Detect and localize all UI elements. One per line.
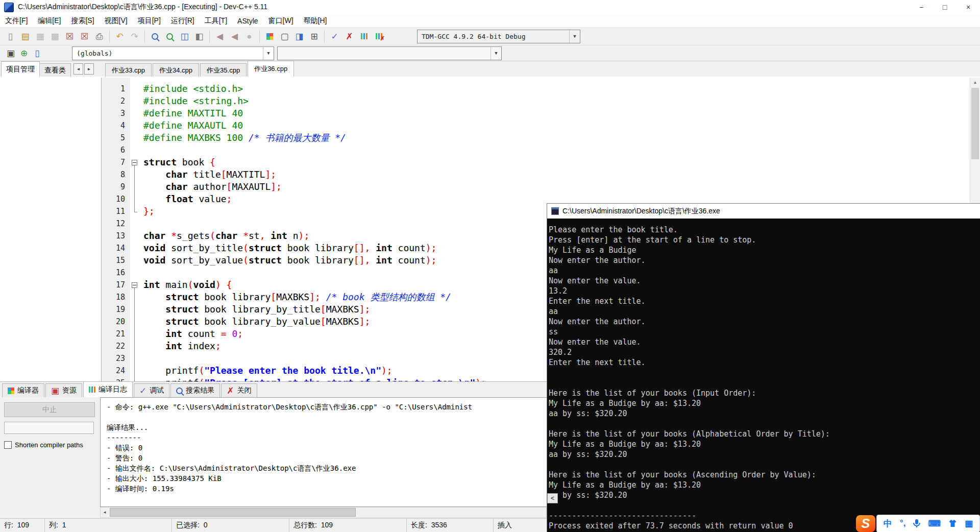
menu-item-0[interactable]: 文件[F] [0,14,33,27]
add-file-button[interactable]: ⊕ [18,47,30,59]
tab-scroll-left-button[interactable]: ◄ [74,63,83,75]
tab-resources[interactable]: ▣资源 [45,383,82,397]
fold-marker[interactable] [130,316,139,328]
goto-line-button[interactable]: ◧ [192,30,206,43]
left-panel-tabs: 项目管理查看类◄► [0,61,101,77]
fold-marker[interactable] [130,365,139,377]
fold-marker[interactable] [130,156,139,168]
new-file-button[interactable]: ▯ [4,30,17,43]
ime-punctuation-toggle[interactable]: °, [900,518,906,528]
console-title-bar[interactable]: C:\Users\Administrator\Desktop\c语言\作业36.… [547,204,980,219]
fold-marker[interactable] [130,352,139,365]
menu-item-1[interactable]: 编辑[E] [33,14,66,27]
close-all-button[interactable]: ☒ [78,30,91,43]
editor-tab-2[interactable]: 作业35.cpp [200,63,247,77]
close-file-button[interactable]: ☒ [63,30,77,43]
open-file-button[interactable]: ▤ [18,30,32,43]
menu-item-3[interactable]: 视图[V] [100,14,133,27]
globals-select[interactable]: (globals)▼ [72,46,274,60]
compile-run-button[interactable]: ◨ [292,30,306,43]
tab-scroll-right-button[interactable]: ► [84,63,94,75]
print-button[interactable]: ⎙ [92,30,106,43]
scroll-arrow-button[interactable]: < [547,493,558,503]
tab-compile-log[interactable]: 编译日志 [83,381,133,397]
undo-button[interactable]: ↶ [113,30,127,43]
maximize-button[interactable]: □ [933,0,957,14]
abort-button[interactable]: 中止 [4,402,95,417]
scroll-up-arrow[interactable]: ▲ [970,78,980,87]
line-number: 15 [102,254,130,267]
hscrollbar-thumb[interactable] [110,508,356,517]
menu-item-6[interactable]: 工具[T] [200,14,232,27]
microphone-icon[interactable] [913,519,920,528]
abort-button[interactable]: ● [242,30,256,43]
tab-compiler[interactable]: 编译器 [2,383,44,397]
fold-marker[interactable] [130,340,139,352]
fold-marker[interactable] [130,193,139,205]
menu-item-7[interactable]: AStyle [232,14,263,27]
menu-item-4[interactable]: 项目[P] [133,14,166,27]
fold-gutter [130,230,139,242]
scrollbar-thumb[interactable] [971,88,979,159]
editor-tab-3[interactable]: 作业36.cpp [248,61,294,77]
close-button[interactable]: × [957,0,980,14]
fold-marker[interactable] [130,303,139,316]
menu-item-8[interactable]: 窗口[W] [263,14,299,27]
rebuild-all-icon: ⊞ [310,32,317,41]
main-toolbar: ▯▤▦▩☒☒⎙↶↷◫◧◀◀●▢◨⊞✓✗TDM-GCC 4.9.2 64-bit … [0,28,980,45]
sogou-logo-icon[interactable]: S [856,515,875,532]
tab-search-results[interactable]: 搜索结果 [170,383,220,397]
fold-marker[interactable] [130,181,139,193]
save-button[interactable]: ▦ [33,30,47,43]
fold-marker[interactable] [130,328,139,340]
tab-close[interactable]: ✗关闭 [221,383,257,397]
menu-item-2[interactable]: 搜索[S] [66,14,99,27]
remove-file-button[interactable]: ▯ [31,47,43,59]
tab-debug[interactable]: ✓调试 [134,383,169,397]
back-button[interactable]: ◀ [213,30,227,43]
scroll-left-arrow[interactable]: ◄ [101,508,109,517]
minimize-button[interactable]: − [910,0,933,14]
status-segment-1: 列: 1 [45,519,172,532]
members-select[interactable]: ▼ [277,46,502,60]
console-line: My Life as a Budige by aa: $13.20 [549,398,980,408]
toolbox-grid-icon[interactable]: ▦ [965,518,973,529]
find-in-files-button[interactable] [163,30,177,43]
console-output[interactable]: Please enter the book title.Press [enter… [547,219,980,532]
replace-button[interactable]: ◫ [178,30,191,43]
editor-tab-1[interactable]: 作业34.cpp [153,63,199,77]
forward-button[interactable]: ◀ [228,30,241,43]
code-line: 8 char title[MAXTITL]; [102,168,970,181]
fold-marker[interactable] [130,168,139,181]
code-text [139,352,143,365]
redo-button[interactable]: ↷ [128,30,141,43]
rebuild-all-button[interactable]: ⊞ [307,30,321,43]
insert-button[interactable]: ▣ [5,47,17,59]
fold-marker[interactable] [130,205,139,217]
editor-tab-0[interactable]: 作业33.cpp [105,63,152,77]
menu-item-9[interactable]: 帮助[H] [299,14,332,27]
profile-delete-button[interactable] [372,30,386,43]
keyboard-icon[interactable]: ⌨ [928,518,941,529]
save-all-button[interactable]: ▩ [48,30,62,43]
fold-marker[interactable] [130,377,139,381]
menu-item-5[interactable]: 运行[R] [166,14,200,27]
panel-tab-0[interactable]: 项目管理 [1,61,40,77]
ime-language-toggle[interactable]: 中 [884,518,892,529]
compile-button[interactable] [263,30,277,43]
run-button[interactable]: ▢ [278,30,291,43]
profile-button[interactable] [357,30,371,43]
fold-marker[interactable] [130,291,139,303]
fold-collapse-icon[interactable] [132,282,137,288]
skin-shirt-icon[interactable] [948,519,957,527]
find-button[interactable] [148,30,162,43]
syntax-check-button[interactable]: ✓ [328,30,341,43]
panel-tab-1[interactable]: 查看类 [39,63,71,77]
console-line: Please enter the book title. [549,225,980,235]
compiler-profile-select[interactable]: TDM-GCC 4.9.2 64-bit Debug▼ [417,30,580,43]
shorten-paths-checkbox[interactable] [4,441,12,449]
stop-execution-button[interactable]: ✗ [342,30,356,43]
fold-marker[interactable] [130,279,139,291]
fold-collapse-icon[interactable] [132,160,137,165]
log-horizontal-scrollbar[interactable]: ◄ [100,507,547,518]
